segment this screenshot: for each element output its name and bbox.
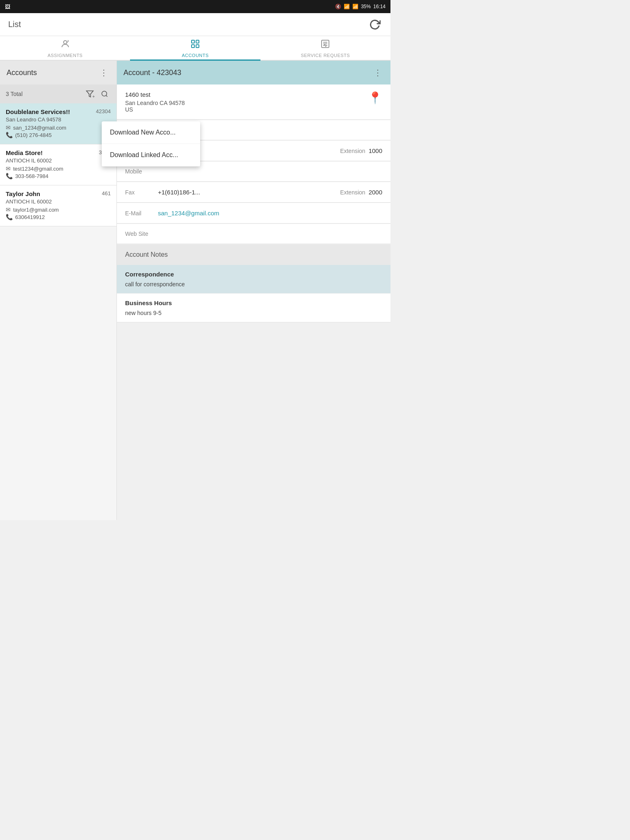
account-email-1: san_1234@gmail.com [13, 125, 66, 131]
account-email-row-3: ✉ taylor1@gmail.com [6, 206, 111, 213]
business-hours-content: new hours 9-5 [125, 310, 382, 316]
account-id-3: 461 [102, 190, 111, 196]
correspondence-section: Correspondence call for correspondence [117, 265, 390, 293]
tab-service-requests[interactable]: SERVICE REQUESTS [260, 37, 390, 61]
correspondence-content: call for correspondence [125, 281, 382, 288]
status-bar-right: 🔇 📶 📶 35% 16:14 [335, 4, 386, 9]
tab-assignments-label: ASSIGNMENTS [48, 53, 83, 58]
address-line2: San Leandro CA 94578 [125, 100, 185, 106]
fax-value: +1(610)186-1... [158, 189, 340, 196]
filter-bar: 3 Total + [0, 84, 116, 103]
account-detail-title: Account - 423043 [123, 68, 181, 77]
account-address-3: ANTIOCH IL 60002 [6, 199, 111, 205]
signal-icon: 📶 [352, 4, 358, 9]
email-icon-3: ✉ [6, 206, 11, 213]
time-label: 16:14 [373, 4, 386, 9]
account-name-1: Doublelane Services!! [6, 108, 93, 115]
refresh-button[interactable] [368, 17, 382, 32]
account-id-1: 42304 [96, 108, 111, 114]
account-name-3: Taylor John [6, 190, 98, 197]
tab-accounts[interactable]: ACCOUNTS [130, 37, 260, 61]
location-pin-icon: 📍 [368, 91, 382, 105]
search-button[interactable] [98, 88, 111, 100]
svg-line-10 [106, 95, 107, 96]
account-address-2: ANTIOCH IL 60002 [6, 158, 111, 164]
correspondence-title: Correspondence [125, 271, 382, 278]
fax-ext-value: 2000 [369, 189, 382, 196]
top-bar: List [0, 13, 390, 36]
account-item-2[interactable]: Media Store! 3271 ANTIOCH IL 60002 ✉ tes… [0, 144, 116, 185]
service-requests-icon [320, 39, 330, 51]
business-hours-title: Business Hours [125, 299, 382, 306]
account-name-2: Media Store! [6, 149, 96, 156]
phone-ext-label: Extension [340, 148, 365, 154]
account-email-row-2: ✉ test1234@gmail.com [6, 165, 111, 172]
account-phone-row-3: 📞 6306419912 [6, 214, 111, 220]
account-detail-menu-button[interactable]: ⋮ [372, 66, 384, 79]
website-row: Web Site [117, 224, 390, 244]
dropdown-download-linked[interactable]: Download Linked Acc... [102, 144, 200, 167]
tab-bar: ASSIGNMENTS ACCOUNTS SERVICE REQUESTS [0, 36, 390, 61]
address-line1: 1460 test [125, 91, 185, 98]
page-title: List [8, 20, 21, 29]
svg-rect-2 [196, 40, 199, 43]
accounts-panel-title: Accounts [7, 68, 37, 77]
mute-icon: 🔇 [335, 4, 341, 9]
accounts-icon [190, 39, 200, 51]
account-phone-1: (510) 276-4845 [15, 132, 52, 138]
dropdown-menu: Download New Acco... Download Linked Acc… [102, 121, 200, 167]
fax-ext-label: Extension [340, 189, 365, 196]
phone-icon-3: 📞 [6, 214, 13, 220]
address-line3: US [125, 106, 185, 113]
account-notes-header: Account Notes [117, 244, 390, 265]
account-phone-3: 6306419912 [15, 214, 45, 220]
account-email-3: taylor1@gmail.com [13, 207, 59, 213]
account-notes-title: Account Notes [125, 251, 168, 258]
accounts-menu-button[interactable]: ⋮ [98, 66, 110, 79]
tab-service-requests-label: SERVICE REQUESTS [301, 53, 350, 58]
tab-accounts-label: ACCOUNTS [182, 53, 209, 58]
account-address-1: San Leandro CA 94578 [6, 116, 111, 123]
business-hours-section: Business Hours new hours 9-5 [117, 294, 390, 322]
phone-ext-value: 1000 [369, 147, 382, 154]
main-content: Accounts ⋮ 3 Total + [0, 61, 390, 520]
phone-icon-1: 📞 [6, 132, 13, 138]
tab-assignments[interactable]: ASSIGNMENTS [0, 37, 130, 61]
status-bar-left: 🖼 [5, 4, 10, 10]
svg-point-9 [102, 91, 107, 96]
assignments-icon [60, 39, 70, 51]
accounts-header: Accounts ⋮ [0, 61, 116, 84]
filter-button[interactable]: + [84, 88, 96, 100]
email-row: E-Mail san_1234@gmail.com [117, 203, 390, 224]
wifi-icon: 📶 [344, 4, 350, 9]
address-content: 1460 test San Leandro CA 94578 US [125, 91, 185, 113]
filter-icons: + [84, 88, 111, 100]
account-item-3[interactable]: Taylor John 461 ANTIOCH IL 60002 ✉ taylo… [0, 185, 116, 226]
fax-label: Fax [125, 189, 158, 196]
email-icon-1: ✉ [6, 124, 11, 131]
account-item-1[interactable]: Doublelane Services!! 42304 San Leandro … [0, 103, 116, 144]
email-icon-2: ✉ [6, 165, 11, 172]
email-label: E-Mail [125, 210, 158, 217]
gallery-icon: 🖼 [5, 4, 10, 10]
mobile-label: Mobile [125, 168, 158, 175]
dropdown-download-new[interactable]: Download New Acco... [102, 121, 200, 144]
account-phone-2: 303-568-7984 [15, 173, 48, 179]
account-phone-row-1: 📞 (510) 276-4845 [6, 132, 111, 138]
svg-rect-4 [196, 45, 199, 48]
email-value[interactable]: san_1234@gmail.com [158, 210, 382, 217]
phone-icon-2: 📞 [6, 173, 13, 179]
account-detail-header: Account - 423043 ⋮ [117, 61, 390, 84]
left-panel: Accounts ⋮ 3 Total + [0, 61, 117, 520]
address-row: 1460 test San Leandro CA 94578 US 📍 [117, 84, 390, 120]
accounts-total: 3 Total [6, 91, 23, 97]
account-list: Doublelane Services!! 42304 San Leandro … [0, 103, 116, 520]
account-email-2: test1234@gmail.com [13, 166, 63, 172]
account-phone-row-2: 📞 303-568-7984 [6, 173, 111, 179]
status-bar: 🖼 🔇 📶 📶 35% 16:14 [0, 0, 390, 13]
fax-extension-group: Extension 2000 [340, 189, 382, 196]
svg-rect-3 [192, 45, 194, 48]
phone-extension-group: Extension 1000 [340, 147, 382, 154]
account-email-row-1: ✉ san_1234@gmail.com [6, 124, 111, 131]
battery-label: 35% [361, 4, 371, 9]
